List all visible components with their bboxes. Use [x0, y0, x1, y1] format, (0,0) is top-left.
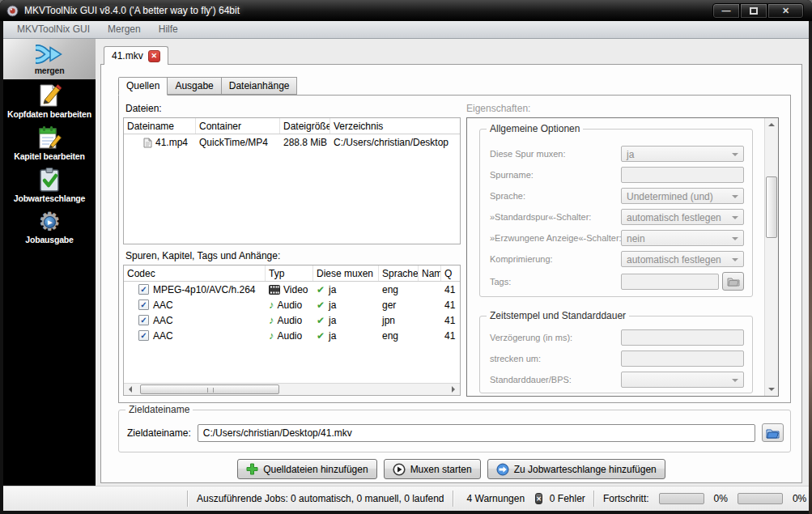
track-source: 41 — [441, 315, 460, 326]
track-checkbox[interactable]: ✓ — [138, 330, 149, 341]
scroll-down-icon[interactable] — [765, 383, 778, 396]
subtab-bar: Quellen Ausgabe Dateianhänge — [118, 77, 297, 96]
file-row[interactable]: 41.mp4 QuickTime/MP4 288.8 MiB C:/Users/… — [124, 134, 460, 151]
track-source: 41 — [441, 330, 460, 342]
job-queue-icon — [37, 167, 62, 193]
destination-filename-input[interactable]: C:/Users/christian/Desktop/41.mkv — [198, 424, 755, 442]
track-row-audio-jpn[interactable]: ✓ AAC ♪ Audio ✔ ja jpn — [124, 312, 460, 328]
progress-total-value: 0% — [789, 493, 810, 504]
tab-ausgabe[interactable]: Ausgabe — [168, 77, 221, 95]
add-to-job-queue-button[interactable]: Zu Jobwarteschlange hinzufügen — [487, 459, 665, 479]
tab-quellen[interactable]: Quellen — [118, 77, 168, 96]
track-source: 41 — [441, 284, 460, 295]
field-label: Spurname: — [490, 170, 618, 180]
menu-mkvtoolnix-gui[interactable]: MKVToolNix GUI — [8, 21, 99, 38]
start-muxing-button[interactable]: Muxen starten — [384, 459, 481, 479]
scrollbar-thumb[interactable] — [140, 384, 279, 394]
scrollbar-thumb[interactable] — [766, 176, 777, 238]
properties-vertical-scrollbar[interactable] — [764, 118, 778, 396]
sidebar-item-label: Kapitel bearbeiten — [14, 151, 84, 161]
minimize-button[interactable]: — — [712, 3, 740, 19]
field-label: strecken um: — [490, 354, 618, 363]
sidebar-item-kopfdaten[interactable]: Kopfdaten bearbeiten — [3, 79, 96, 121]
column-verzeichnis[interactable]: Verzeichnis — [330, 118, 460, 134]
destination-browse-button[interactable] — [762, 423, 784, 442]
menu-mergen[interactable]: Mergen — [99, 21, 150, 38]
menu-hilfe[interactable]: Hilfe — [150, 21, 187, 38]
track-codec: AAC — [153, 299, 173, 311]
sidebar-item-label: Kopfdaten bearbeiten — [7, 109, 91, 119]
file-directory: C:/Users/christian/Desktop — [330, 137, 460, 148]
mux-track-select[interactable]: ja — [621, 146, 744, 162]
language-select[interactable]: Undetermined (und) — [621, 188, 744, 204]
group-zeitstempel: Zeitstempel und Standarddauer Verzögerun… — [479, 316, 753, 393]
folder-icon — [766, 427, 780, 439]
tracks-horizontal-scrollbar[interactable] — [124, 383, 460, 395]
mux-yes-icon: ✔ — [317, 316, 325, 325]
column-diese-muxen[interactable]: Diese muxen — [313, 265, 379, 281]
scroll-right-icon[interactable] — [447, 384, 460, 395]
file-tab-41mkv[interactable]: 41.mkv ✕ — [104, 46, 168, 65]
errors-count: 0 Fehler — [546, 493, 589, 504]
tab-close-icon[interactable]: ✕ — [148, 50, 160, 62]
compression-select[interactable]: automatisch festlegen — [621, 251, 744, 267]
sidebar-item-mergen[interactable]: mergen — [3, 39, 96, 79]
column-name[interactable]: Name — [419, 265, 441, 281]
arrow-circle-icon — [496, 463, 509, 476]
column-quelldatei[interactable]: Q — [441, 265, 460, 281]
titlebar[interactable]: MKVToolNix GUI v8.4.0 ('A better way to … — [0, 0, 812, 21]
track-row-audio-ger[interactable]: ✓ AAC ♪ Audio ✔ ja ger — [124, 297, 460, 312]
sidebar-item-jobwarteschlange[interactable]: Jobwarteschlange — [3, 164, 96, 206]
field-label: »Erzwungene Anzeige«-Schalter: — [490, 233, 618, 243]
destination-label: Zieldateiname: — [127, 427, 191, 439]
tags-input[interactable] — [621, 274, 719, 290]
scroll-up-icon[interactable] — [765, 118, 778, 131]
mux-yes-icon: ✔ — [317, 285, 325, 295]
column-container[interactable]: Container — [196, 118, 280, 134]
column-typ[interactable]: Typ — [266, 265, 313, 281]
track-row-audio-eng[interactable]: ✓ AAC ♪ Audio ✔ ja eng — [124, 328, 460, 343]
files-table[interactable]: Dateiname Container Dateigröße Verzeichn… — [123, 117, 461, 244]
sidebar-item-jobausgabe[interactable]: ⚙ ▶ Jobausgabe — [3, 206, 96, 248]
column-dateiname[interactable]: Dateiname — [124, 118, 196, 134]
file-size: 288.8 MiB — [280, 137, 330, 148]
track-checkbox[interactable]: ✓ — [138, 315, 149, 325]
track-checkbox[interactable]: ✓ — [138, 284, 149, 295]
column-sprache[interactable]: Sprache — [379, 265, 419, 281]
tab-dateianhaenge[interactable]: Dateianhänge — [222, 77, 298, 95]
tracks-table[interactable]: Codec Typ Diese muxen Sprache Name Q ✓ M… — [123, 265, 461, 396]
column-codec[interactable]: Codec — [124, 265, 266, 281]
maximize-button[interactable] — [740, 3, 767, 19]
track-mux: ja — [329, 330, 336, 342]
close-button[interactable]: ✕ — [767, 3, 804, 19]
sidebar-item-label: mergen — [35, 66, 65, 75]
track-row-video[interactable]: ✓ MPEG-4p10/AVC/h.264 Video — [124, 282, 460, 297]
tags-browse-button[interactable] — [722, 272, 744, 291]
group-title: Allgemeine Optionen — [487, 123, 583, 134]
destination-group-title: Zieldateiname — [125, 404, 193, 415]
progress-label: Fortschritt: — [599, 493, 653, 504]
track-language: jpn — [379, 315, 419, 326]
audio-icon: ♪ — [269, 299, 274, 310]
add-source-files-button[interactable]: Quelldateien hinzufügen — [237, 459, 376, 479]
scroll-left-icon[interactable] — [124, 384, 137, 395]
default-track-select[interactable]: automatisch festlegen — [621, 209, 744, 225]
progress-current-value: 0% — [710, 493, 732, 504]
default-duration-select[interactable] — [621, 372, 744, 388]
delay-input[interactable] — [621, 329, 744, 346]
field-label: Verzögerung (in ms): — [490, 333, 618, 342]
files-label: Dateien: — [125, 103, 162, 114]
sidebar-item-kapitel[interactable]: Kapitel bearbeiten — [3, 121, 96, 164]
track-name-input[interactable] — [621, 167, 744, 183]
track-source: 41 — [441, 299, 460, 311]
stretch-input[interactable] — [621, 350, 744, 367]
statusbar-separator — [453, 491, 454, 507]
app-logo-icon — [6, 5, 19, 17]
forced-display-select[interactable]: nein — [621, 230, 744, 246]
tracks-table-header: Codec Typ Diese muxen Sprache Name Q — [124, 265, 460, 282]
column-dateigroesse[interactable]: Dateigröße — [280, 118, 330, 134]
action-buttons: Quelldateien hinzufügen Muxen starten — [101, 459, 801, 479]
properties-label: Eigenschaften: — [466, 103, 530, 114]
track-checkbox[interactable]: ✓ — [138, 299, 149, 310]
window-title: MKVToolNix GUI v8.4.0 ('A better way to … — [24, 5, 712, 16]
